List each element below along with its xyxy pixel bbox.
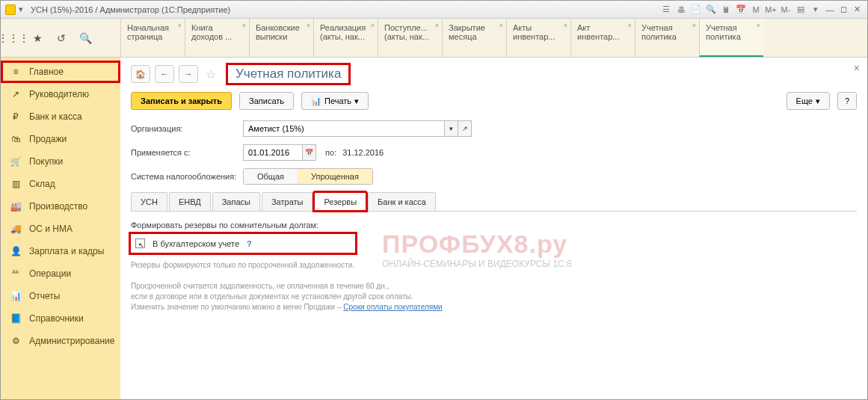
favorite-icon[interactable]: ☆	[206, 67, 221, 81]
tb-m[interactable]: M	[749, 4, 763, 16]
sidebar-icon: 📘	[10, 313, 22, 324]
subtab-Запасы[interactable]: Запасы	[212, 192, 260, 211]
sidebar-item-7[interactable]: 🚚ОС и НМА	[1, 218, 120, 240]
home-button[interactable]: 🏠	[131, 65, 150, 83]
tb-tool-6[interactable]: 📅	[734, 4, 748, 16]
tab-close-icon[interactable]: ×	[371, 22, 375, 29]
sidebar-item-9[interactable]: ᴬᵏОперации	[1, 262, 120, 285]
sidebar-label: ОС и НМА	[29, 224, 73, 234]
sidebar-item-0[interactable]: ≡Главное	[1, 61, 120, 83]
org-label: Организация:	[131, 124, 243, 133]
subtabs: УСНЕНВДЗапасыЗатратыРезервыБанк и касса	[131, 192, 857, 212]
sidebar-item-6[interactable]: 🏭Производство	[1, 195, 120, 218]
tab-close-icon[interactable]: ×	[692, 22, 696, 29]
tab-close-icon[interactable]: ×	[757, 22, 760, 29]
save-button[interactable]: Записать	[239, 92, 294, 110]
date-from-input[interactable]	[243, 144, 303, 161]
tb-m+[interactable]: M+	[764, 4, 778, 16]
org-dropdown[interactable]: ▾	[445, 120, 458, 137]
tab-1[interactable]: ×Книгадоходов ...	[185, 19, 249, 57]
tab-5[interactable]: ×Закрытиемесяца	[442, 19, 506, 57]
tb-tool-5[interactable]: 🖩	[719, 4, 733, 16]
reserve-checkbox-row: В бухгалтерском учете ?	[131, 234, 355, 253]
hint3: если в договоре или в отдельных документ…	[131, 292, 857, 302]
sidebar-item-8[interactable]: 👤Зарплата и кадры	[1, 240, 120, 262]
sidebar-item-5[interactable]: ▥Склад	[1, 173, 120, 195]
toolbar-row: ⋮⋮⋮ ★ ↺ 🔍 ×Начальнаястраница×Книгадоходо…	[1, 19, 867, 58]
subtab-Резервы[interactable]: Резервы	[314, 192, 366, 211]
payment-terms-link[interactable]: Сроки оплаты покупателями	[343, 303, 442, 311]
sidebar-item-1[interactable]: ↗Руководителю	[1, 83, 120, 105]
tb-tool-7[interactable]: ▤	[794, 4, 807, 16]
tax-system-label: Система налогообложения:	[131, 172, 243, 181]
subtab-ЕНВД[interactable]: ЕНВД	[169, 192, 211, 211]
search-icon[interactable]: 🔍	[79, 31, 92, 45]
tab-8[interactable]: ×Учетнаяполитика	[635, 19, 699, 57]
print-label: Печать	[324, 96, 351, 105]
accounting-checkbox[interactable]	[135, 239, 145, 248]
sidebar-label: Покупки	[29, 156, 63, 167]
sidebar-icon: ⚙	[10, 336, 22, 346]
tab-0[interactable]: ×Начальнаястраница	[120, 19, 185, 57]
sidebar-item-2[interactable]: ₽Банк и касса	[1, 105, 120, 128]
org-open[interactable]: ↗	[458, 120, 472, 137]
subtab-Затраты[interactable]: Затраты	[262, 192, 313, 211]
nav-forward[interactable]: →	[179, 65, 198, 83]
tab-2[interactable]: ×Банковскиевыписки	[249, 19, 313, 57]
tb-tool-8[interactable]: ▾	[809, 4, 822, 16]
history-icon[interactable]: ↺	[55, 31, 68, 45]
seg-general[interactable]: Общая	[244, 169, 298, 184]
tb-tool-4[interactable]: 🔍	[704, 4, 718, 16]
sidebar-item-4[interactable]: 🛒Покупки	[1, 150, 120, 173]
tab-4[interactable]: ×Поступле...(акты, нак...	[378, 19, 442, 57]
sidebar-item-10[interactable]: 📊Отчеты	[1, 285, 120, 307]
sidebar-item-3[interactable]: 🛍Продажи	[1, 128, 120, 150]
tab-close-icon[interactable]: ×	[435, 22, 439, 29]
page-close-button[interactable]: ×	[854, 62, 860, 74]
sidebar-icon: ₽	[10, 111, 22, 122]
subtab-Банк и касса[interactable]: Банк и касса	[368, 192, 436, 211]
minimize-button[interactable]: —	[824, 4, 836, 16]
tab-close-icon[interactable]: ×	[242, 22, 246, 29]
org-input[interactable]	[243, 120, 445, 137]
tab-close-icon[interactable]: ×	[178, 22, 182, 29]
subtab-УСН[interactable]: УСН	[131, 192, 167, 211]
save-close-button[interactable]: Записать и закрыть	[131, 92, 232, 110]
calendar-icon[interactable]: 📅	[303, 144, 316, 161]
tab-close-icon[interactable]: ×	[564, 22, 567, 29]
sidebar-label: Банк и касса	[29, 111, 82, 122]
sidebar-icon: 👤	[10, 246, 22, 256]
close-button[interactable]: ✕	[851, 4, 863, 16]
content: × 🏠 ← → ☆ Учетная политика Записать и за…	[120, 58, 867, 399]
sidebar-label: Склад	[29, 179, 55, 189]
sidebar-item-11[interactable]: 📘Справочники	[1, 307, 120, 330]
tab-close-icon[interactable]: ×	[628, 22, 632, 29]
print-button[interactable]: 📊 Печать ▾	[301, 92, 369, 110]
tab-close-icon[interactable]: ×	[307, 22, 310, 29]
titlebar-dropdown-icon[interactable]: ▾	[19, 4, 26, 14]
tb-tool-3[interactable]: 📄	[689, 4, 703, 16]
tab-close-icon[interactable]: ×	[499, 22, 503, 29]
hint1: Резервы формируются только по просроченн…	[131, 260, 857, 271]
quickbar: ⋮⋮⋮ ★ ↺ 🔍	[1, 19, 120, 57]
sidebar-label: Администрирование	[29, 336, 114, 346]
tab-9[interactable]: ×Учетнаяполитика	[699, 19, 763, 57]
sidebar-item-12[interactable]: ⚙Администрирование	[1, 330, 120, 352]
tb-tool-1[interactable]: ☰	[659, 4, 673, 16]
grid-icon[interactable]: ⋮⋮⋮	[7, 31, 20, 45]
star-icon[interactable]: ★	[31, 31, 44, 45]
seg-simple[interactable]: Упрощенная	[298, 169, 372, 184]
more-button[interactable]: Еще ▾	[787, 92, 830, 110]
tab-6[interactable]: ×Актыинвентар...	[506, 19, 570, 57]
sidebar-label: Продажи	[29, 134, 67, 144]
help-link[interactable]: ?	[247, 239, 252, 248]
tb-tool-2[interactable]: 🖶	[674, 4, 688, 16]
accounting-checkbox-label: В бухгалтерском учете	[153, 239, 239, 248]
tab-3[interactable]: ×Реализация(акты, нак...	[313, 19, 378, 57]
tb-m-[interactable]: M-	[779, 4, 792, 16]
nav-back[interactable]: ←	[155, 65, 174, 83]
help-button[interactable]: ?	[837, 92, 857, 110]
maximize-button[interactable]: ◻	[837, 4, 849, 16]
sidebar-label: Операции	[29, 268, 71, 279]
tab-7[interactable]: ×Актинвентар...	[570, 19, 635, 57]
